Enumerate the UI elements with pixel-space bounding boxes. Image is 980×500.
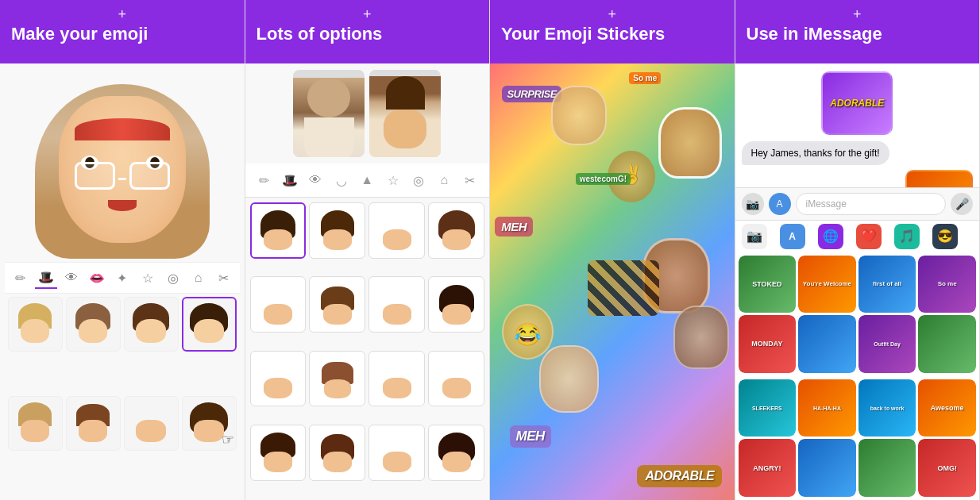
avatar-photo [369, 76, 441, 157]
sg-item-16[interactable]: OMG! [918, 439, 976, 497]
emoji-char-4 [539, 345, 599, 413]
p2-hair-7[interactable] [368, 276, 425, 333]
sticker-collage-display: Surprise meh meh ADORABLE 😂 ✌️ So me wes… [490, 63, 735, 500]
hair-option-3[interactable] [124, 297, 179, 352]
p2-hair-14[interactable] [309, 425, 365, 481]
sticker-app-row: 📷 A 🌐 ❤️ 🎵 😎 [735, 220, 980, 252]
ref-photo-avatar [369, 70, 441, 157]
sg-item-8[interactable] [918, 315, 976, 373]
hair-option-7[interactable] [124, 396, 179, 451]
panel4-header: + Use in iMessage [735, 0, 980, 63]
toolbar-nose-icon[interactable]: ✦ [111, 267, 133, 289]
heart-icon[interactable]: ❤️ [856, 224, 882, 249]
options-glasses-icon[interactable]: ◎ [407, 168, 430, 192]
photos-app-icon[interactable]: 📷 [742, 224, 767, 249]
toolbar-shirt-icon[interactable]: ✂ [212, 267, 234, 289]
sticker-adorable: ADORABLE [637, 465, 722, 487]
p2-hair-3[interactable] [368, 202, 425, 259]
glass-bridge [118, 178, 126, 180]
p2-hair-8[interactable] [428, 276, 484, 333]
hair-option-6[interactable] [66, 396, 121, 451]
toolbar-edit-icon[interactable]: ✏ [10, 267, 32, 289]
p2-hair-6[interactable] [309, 276, 365, 333]
hair-selection-grid [5, 294, 240, 495]
sg-item-10[interactable]: HA-HA-HA [798, 379, 856, 437]
emoji-display [35, 68, 210, 259]
panel2-body: ✏ 🎩 👁 ◡ ▲ ☆ ◎ ⌂ ✂ [245, 63, 490, 500]
chat-row-left: Hey James, thanks for the gift! [742, 141, 974, 165]
sg-item-6[interactable] [798, 315, 856, 373]
music-icon[interactable]: 🎵 [894, 224, 920, 249]
sg-item-12[interactable]: Awesome [918, 379, 976, 437]
panel3-header: + Your Emoji Stickers [490, 0, 735, 63]
sg-item-2[interactable]: You're Welcome [798, 256, 856, 313]
emoji-app-icon[interactable]: 🌐 [818, 224, 843, 249]
camera-btn[interactable]: 📷 [742, 193, 764, 215]
toolbar-glasses-icon[interactable]: ◎ [162, 267, 184, 289]
options-hair-icon[interactable]: 🎩 [278, 168, 302, 192]
sticker-meh-1: meh [495, 217, 533, 237]
p2-hair-11[interactable] [368, 351, 425, 407]
p2-hair-16[interactable] [428, 425, 484, 481]
sg-item-15[interactable] [858, 439, 916, 497]
hair-option-2[interactable] [66, 297, 121, 352]
message-input[interactable]: iMessage [796, 193, 947, 215]
p2-hair-9[interactable] [250, 351, 307, 407]
sg-item-11[interactable]: back to work [858, 379, 916, 437]
p2-hair-13[interactable] [250, 425, 307, 481]
p2-hair-15[interactable] [368, 425, 425, 481]
sg-item-13[interactable]: ANGRY! [739, 439, 797, 497]
toolbar-hat-icon[interactable]: ⌂ [187, 267, 210, 289]
options-hat-icon[interactable]: ⌂ [432, 168, 456, 192]
options-toolbar: ✏ 🎩 👁 ◡ ▲ ☆ ◎ ⌂ ✂ [245, 163, 490, 198]
hair-option-5[interactable] [8, 396, 63, 451]
customization-toolbar: ✏ 🎩 👁 👄 ✦ ☆ ◎ ⌂ ✂ [5, 262, 240, 294]
hair-option-8[interactable] [182, 396, 237, 451]
options-shirt-icon[interactable]: ✂ [458, 168, 482, 192]
sg-item-14[interactable] [798, 439, 856, 497]
sg-item-7[interactable]: Outfit Day [858, 315, 916, 373]
p2-hair-4[interactable] [428, 202, 484, 259]
chat-row-right: You're Welcome [742, 170, 974, 187]
panel-imessage: + Use in iMessage ADORABLE Hey James, th… [735, 0, 981, 500]
p2-hair-2[interactable] [309, 202, 365, 259]
toolbar-hair-icon[interactable]: 🎩 [35, 267, 57, 289]
youre-welcome-sticker: You're Welcome [905, 170, 973, 187]
options-nose-icon[interactable]: ▲ [355, 168, 379, 192]
sg-item-9[interactable]: SLEEKERS [739, 379, 797, 437]
options-eye-icon[interactable]: 👁 [303, 168, 327, 192]
face [59, 96, 186, 243]
panel2-header: + Lots of options [245, 0, 490, 63]
sg-item-4[interactable]: So me [918, 256, 976, 313]
imessage-input-bar: 📷 A iMessage 🎤 [735, 187, 980, 220]
options-lip-icon[interactable]: ◡ [330, 168, 353, 192]
plus-icon-4: + [853, 6, 862, 23]
panel-make-emoji: + Make your emoji [0, 0, 245, 500]
p2-hair-12[interactable] [428, 351, 484, 407]
glass-left [75, 162, 115, 190]
options-edit-icon[interactable]: ✏ [253, 168, 276, 192]
toolbar-lips-icon[interactable]: 👄 [86, 267, 108, 289]
plus-icon-3: + [608, 6, 616, 23]
p2-hair-5[interactable] [250, 276, 307, 333]
panel1-body: ✏ 🎩 👁 👄 ✦ ☆ ◎ ⌂ ✂ [0, 63, 245, 500]
options-star-icon[interactable]: ☆ [381, 168, 405, 192]
p2-hair-1[interactable] [250, 202, 307, 259]
hair-option-1[interactable] [8, 297, 63, 352]
toolbar-star-icon[interactable]: ☆ [137, 267, 159, 289]
toolbar-eyes-icon[interactable]: 👁 [60, 267, 83, 289]
emoji-face-icon[interactable]: 😎 [932, 224, 958, 249]
sg-item-5[interactable]: MONDAY [739, 315, 797, 373]
hair-option-4[interactable] [182, 297, 237, 352]
mic-btn[interactable]: 🎤 [951, 193, 973, 215]
sg-item-1[interactable]: STOKED [739, 256, 797, 313]
p2-hair-10[interactable] [309, 351, 365, 407]
appstore-btn[interactable]: A [769, 193, 791, 215]
appstore-icon[interactable]: A [780, 224, 805, 249]
sticker-small-1: So me [629, 72, 661, 84]
panel1-title: Make your emoji [11, 24, 233, 44]
sg-item-3[interactable]: first of all [858, 256, 916, 313]
input-placeholder: iMessage [806, 198, 847, 210]
panel2-title: Lots of options [257, 24, 479, 44]
emoji-char-1 [658, 107, 722, 179]
